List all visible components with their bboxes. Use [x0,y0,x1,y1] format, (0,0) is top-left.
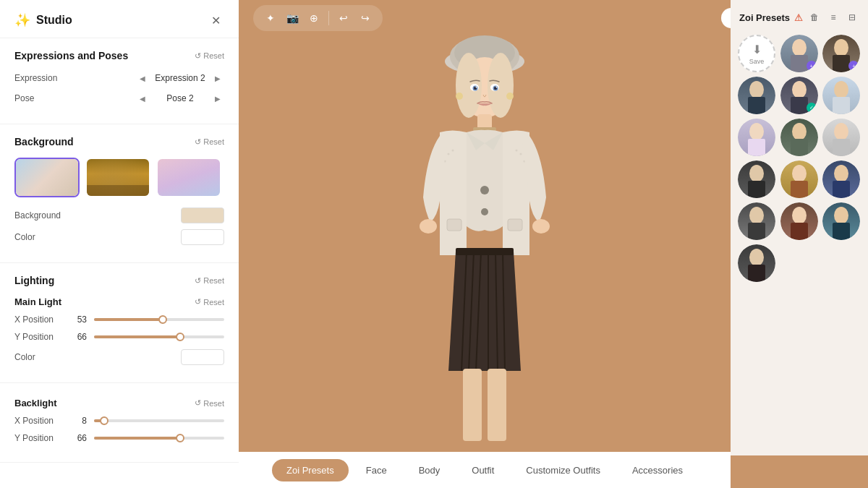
preset-badge-4: ✓ [807,103,817,113]
svg-point-12 [520,153,522,155]
save-preset-icon: ⬇ [752,43,762,56]
background-color-row: Background [14,207,224,223]
filter-icon[interactable]: ⊟ [845,10,859,25]
preset-item-15[interactable] [738,244,775,282]
background-thumb-3[interactable] [156,158,221,197]
studio-title: Studio [36,14,72,27]
lighting-reset-button[interactable]: ↺ Reset [195,276,224,286]
tab-outfit[interactable]: Outfit [457,459,509,481]
backlight-y-label: Y Position [14,433,61,443]
preset-item-6[interactable] [738,119,775,156]
pose-next-button[interactable]: ▶ [211,92,224,105]
tab-accessories[interactable]: Accessories [618,459,697,481]
svg-point-68 [749,249,764,266]
save-preset-button[interactable]: ⬇ Save [738,35,775,72]
tab-body[interactable]: Body [404,459,455,481]
expression-next-button[interactable]: ▶ [211,72,224,85]
svg-point-54 [834,123,848,140]
preset-item-14[interactable] [822,202,860,240]
svg-rect-53 [791,139,808,156]
preset-item-7[interactable] [780,119,818,156]
svg-point-44 [749,81,764,98]
background-header: Background ↺ Reset [14,136,224,147]
view-tool-icon[interactable]: ⊕ [305,9,323,27]
undo-icon[interactable]: ↩ [335,9,352,27]
svg-rect-43 [833,55,850,72]
main-light-y-value: 66 [69,332,87,342]
left-panel: ✨ Studio ✕ Expressions and Poses ↺ Reset… [0,0,239,488]
sort-icon[interactable]: ≡ [826,10,841,25]
expressions-reset-button[interactable]: ↺ Reset [195,51,224,61]
preset-item-12[interactable] [738,202,775,240]
main-light-x-label: X Position [14,314,61,325]
right-panel-header: Zoi Presets ⚠ 🗑 ≡ ⊟ [731,0,868,32]
magic-tool-icon[interactable]: ✦ [262,9,279,27]
tab-face[interactable]: Face [352,459,401,481]
preset-item-11[interactable] [822,160,860,198]
pose-nav: ◀ Pose 2 ▶ [58,92,224,105]
main-light-x-row: X Position 53 [14,314,224,325]
camera-tool-icon[interactable]: 📷 [284,9,301,27]
main-light-reset-button[interactable]: ↺ Reset [195,297,224,307]
right-panel-actions: 🗑 ≡ ⊟ [807,10,859,25]
svg-point-50 [749,123,764,140]
preset-item-2[interactable]: + [822,35,860,72]
pose-prev-button[interactable]: ◀ [136,92,149,105]
tab-customize-outfits[interactable]: Customize Outfits [511,459,615,481]
redo-icon[interactable]: ↪ [357,9,374,27]
toolbar: ✦ 📷 ⊕ ↩ ↪ [253,5,383,31]
panel-header: ✨ Studio ✕ [0,0,239,38]
svg-rect-45 [748,97,765,114]
svg-point-64 [792,207,807,224]
color-swatch[interactable] [181,229,224,245]
svg-point-56 [749,165,764,182]
svg-rect-17 [447,219,461,231]
svg-rect-65 [791,223,808,240]
main-light-color-row: Color [14,349,224,365]
svg-point-58 [792,165,807,182]
preset-item-9[interactable] [738,160,775,198]
svg-point-40 [792,39,807,56]
expression-control: Expression ◀ Expression 2 ▶ [14,72,224,85]
studio-icon: ✨ [14,12,30,28]
warning-icon: ⚠ [794,12,803,23]
main-light-y-slider[interactable] [94,335,224,338]
svg-rect-26 [463,369,482,441]
backlight-reset-button[interactable]: ↺ Reset [195,398,224,408]
expressions-poses-header: Expressions and Poses ↺ Reset [14,50,224,61]
backlight-y-row: Y Position 66 [14,433,224,443]
svg-point-36 [476,86,477,87]
backlight-y-slider[interactable] [94,437,224,440]
background-grid [14,158,224,197]
svg-point-48 [834,81,848,98]
tab-zoi-presets[interactable]: Zoi Presets [272,459,349,481]
background-thumb-2[interactable] [85,158,150,197]
main-light-y-row: Y Position 66 [14,332,224,342]
background-reset-button[interactable]: ↺ Reset [195,137,224,147]
preset-item-10[interactable] [780,160,818,198]
presets-grid: ⬇ Save + + ✓ [731,32,868,285]
preset-badge-1: + [807,61,817,71]
color-label: Color [14,232,58,242]
main-light-color-swatch[interactable] [181,349,224,365]
preset-item-3[interactable] [738,77,775,114]
svg-rect-47 [791,97,808,114]
svg-rect-55 [833,139,850,156]
background-thumb-1[interactable] [14,158,80,197]
close-button[interactable]: ✕ [207,12,224,29]
main-light-x-value: 53 [69,314,87,325]
main-light-x-slider[interactable] [94,318,224,321]
expression-prev-button[interactable]: ◀ [136,72,149,85]
background-color-swatch[interactable] [181,207,224,223]
expressions-poses-section: Expressions and Poses ↺ Reset Expression… [0,38,239,124]
background-label: Background [14,210,61,221]
backlight-x-slider[interactable] [94,419,224,422]
delete-icon[interactable]: 🗑 [807,10,822,25]
preset-item-13[interactable] [780,202,818,240]
backlight-y-value: 66 [69,433,87,443]
preset-item-5[interactable] [822,77,860,114]
svg-point-62 [749,207,764,224]
preset-item-8[interactable] [822,119,860,156]
preset-item-4[interactable]: ✓ [780,77,818,114]
preset-item-1[interactable]: + [780,35,818,72]
